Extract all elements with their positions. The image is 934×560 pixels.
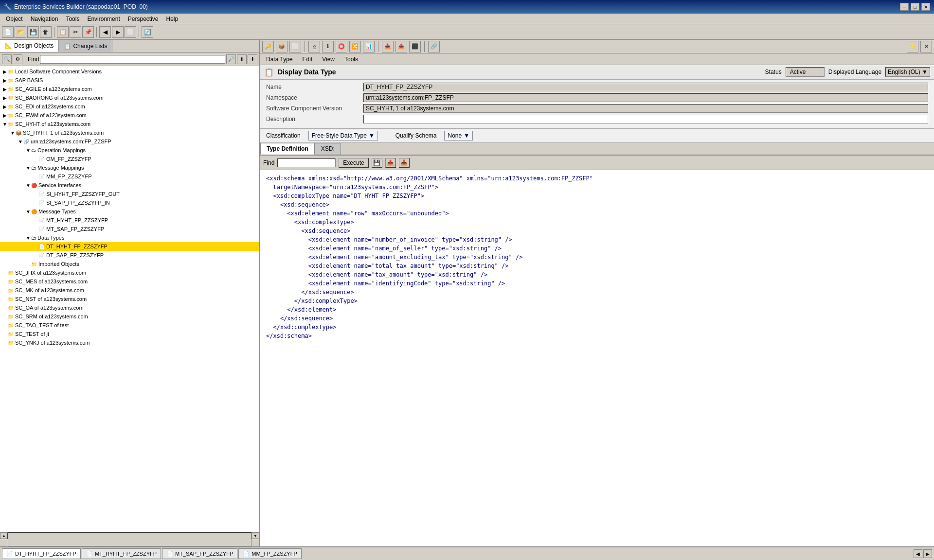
expand-icon[interactable]: ▼ [25, 209, 31, 214]
rt-btn13[interactable]: ⭐ [907, 41, 918, 52]
classification-select[interactable]: Free-Style Data Type ▼ [308, 131, 378, 140]
bottom-tab-1[interactable]: 📄MT_HYHT_FP_ZZSZYFP [82, 548, 161, 559]
lang-select[interactable]: English (OL) ▼ [885, 67, 930, 77]
cut-button[interactable]: ✂ [70, 26, 81, 38]
expand-icon[interactable]: ▼ [25, 148, 31, 153]
tree-item[interactable]: ▼🗂Message Mappings [0, 163, 259, 172]
tree-item[interactable]: 📁SC_OA of a123systems.com [0, 303, 259, 312]
menu-object[interactable]: Object [2, 15, 27, 23]
minimize-button[interactable]: ─ [900, 3, 909, 11]
tree-item[interactable]: 📁SC_JHX of a123systems.com [0, 268, 259, 277]
rt-btn10[interactable]: 📤 [395, 41, 407, 52]
tree-item[interactable]: ▼🗂Operation Mappings [0, 146, 259, 155]
qualify-schema-select[interactable]: None ▼ [444, 131, 473, 140]
rt-btn3[interactable]: ⬜ [289, 41, 301, 52]
close-button[interactable]: ✕ [921, 3, 930, 11]
tab-xsd[interactable]: XSD: [315, 143, 341, 155]
expand-icon[interactable]: ▶ [2, 104, 8, 109]
content-btn1[interactable]: 💾 [372, 158, 382, 168]
tab-design-objects[interactable]: 📐 Design Objects [0, 40, 59, 52]
bottom-tab-3[interactable]: 📄MM_FP_ZZSZYFP [238, 548, 302, 559]
menu-tools-right[interactable]: Tools [341, 55, 361, 64]
tree-item[interactable]: ▼🔗urn:a123systems.com:FP_ZZSFP [0, 137, 259, 146]
menu-perspective[interactable]: Perspective [124, 15, 162, 23]
bottom-nav-prev[interactable]: ◀ [914, 549, 922, 558]
rt-btn6[interactable]: ⭕ [336, 41, 347, 52]
paste-button[interactable]: 📌 [82, 26, 94, 38]
rt-btn1[interactable]: 🔑 [262, 41, 274, 52]
expand-icon[interactable]: ▼ [25, 235, 31, 241]
rt-btn2[interactable]: 📦 [276, 41, 287, 52]
tree-item[interactable]: 📁SC_MES of a123systems.com [0, 277, 259, 286]
tree-expand-btn[interactable]: ⬆ [237, 54, 247, 64]
tree-item[interactable]: ▶📁SC_EDI of a123systems.com [0, 102, 259, 111]
maximize-button[interactable]: □ [911, 3, 919, 11]
tree-item[interactable]: 📁SC_YNKJ of a123systems.com [0, 338, 259, 347]
tree-item[interactable]: ▼📦SC_HYHT, 1 of a123systems.com [0, 128, 259, 137]
tab-type-definition[interactable]: Type Definition [260, 143, 315, 155]
menu-help[interactable]: Help [162, 15, 182, 23]
rt-btn11[interactable]: ⬛ [409, 41, 421, 52]
bottom-nav-next[interactable]: ▶ [923, 549, 932, 558]
expand-icon[interactable]: ▼ [25, 183, 31, 188]
rt-btn8[interactable]: 📊 [363, 41, 375, 52]
back-button[interactable]: ◀ [99, 26, 111, 38]
rt-btn12[interactable]: 🔗 [428, 41, 440, 52]
forward-button[interactable]: ▶ [112, 26, 124, 38]
rt-btn4[interactable]: 🖨 [308, 41, 320, 52]
content-find-input[interactable] [277, 158, 336, 167]
expand-icon[interactable]: ▶ [2, 69, 8, 74]
tree-item[interactable]: ▶📁SC_BAORONG of a123systems.com [0, 93, 259, 102]
expand-icon[interactable]: ▶ [2, 78, 8, 83]
menu-data-type[interactable]: Data Type [263, 55, 295, 64]
tree-collapse-btn[interactable]: ⬇ [248, 54, 257, 64]
tree-item[interactable]: 📄SI_SAP_FP_ZZSZYFP_IN [0, 198, 259, 207]
expand-icon[interactable]: ▼ [25, 165, 31, 171]
tree-item[interactable]: 📄OM_FP_ZZSZYFP [0, 155, 259, 163]
rt-btn5[interactable]: ℹ [322, 41, 334, 52]
tree-find-input[interactable] [40, 55, 225, 64]
tree-item[interactable]: 📁SC_TAO_TEST of test [0, 321, 259, 330]
tree-item[interactable]: 📄MM_FP_ZZSZYFP [0, 172, 259, 181]
menu-navigation[interactable]: Navigation [27, 15, 62, 23]
expand-icon[interactable]: ▼ [10, 130, 16, 136]
tree-tool-btn2[interactable]: ⚙ [13, 54, 22, 64]
menu-environment[interactable]: Environment [83, 15, 124, 23]
tree-item[interactable]: 📄SI_HYHT_FP_ZZSZYFP_OUT [0, 190, 259, 198]
scroll-up-btn[interactable]: ▲ [0, 532, 8, 539]
copy-button[interactable]: 📋 [57, 26, 69, 38]
tree-find-btn[interactable]: 🔎 [226, 54, 236, 64]
content-btn3[interactable]: 📥 [399, 158, 410, 168]
menu-tools[interactable]: Tools [62, 15, 83, 23]
tree-item[interactable]: 📄DT_SAP_FP_ZZSZYFP [0, 251, 259, 260]
new-button[interactable]: 📄 [2, 26, 14, 38]
bottom-tab-0[interactable]: 📄DT_HYHT_FP_ZZSZYFP [2, 548, 81, 559]
tree-item[interactable]: ▼🟠Message Types [0, 207, 259, 216]
tree-item[interactable]: ▶📁SAP BASIS [0, 76, 259, 85]
tree-item[interactable]: ▶📁Local Software Component Versions [0, 67, 259, 76]
expand-icon[interactable]: ▼ [2, 122, 8, 127]
tree-item[interactable]: 📁SC_MK of a123systems.com [0, 286, 259, 295]
tab-change-lists[interactable]: 📋 Change Lists [59, 40, 112, 52]
field-description[interactable] [363, 115, 928, 123]
tree-item[interactable]: 📁SC_TEST of jt [0, 330, 259, 338]
tree-item[interactable]: ▶📁SC_AGILE of a123systems.com [0, 85, 259, 93]
tree-item[interactable]: ▼🗂Data Types [0, 233, 259, 242]
tree-item[interactable]: 📁Imported Objects [0, 260, 259, 268]
tree-item[interactable]: 📁SC_SRM of a123systems.com [0, 312, 259, 321]
delete-button[interactable]: 🗑 [40, 26, 52, 38]
tree-item[interactable]: 📁SC_NST of a123systems.com [0, 295, 259, 303]
expand-icon[interactable]: ▼ [18, 139, 23, 144]
expand-icon[interactable]: ▶ [2, 87, 8, 92]
refresh-button[interactable]: 🔄 [142, 26, 153, 38]
open-button[interactable]: 📂 [15, 26, 26, 38]
tree-item[interactable]: 📄MT_SAP_FP_ZZSZYFP [0, 225, 259, 233]
menu-edit[interactable]: Edit [299, 55, 315, 64]
tree-item[interactable]: 📄DT_HYHT_FP_ZZSZYFP [0, 242, 259, 251]
expand-icon[interactable]: ▶ [2, 113, 8, 118]
bottom-tab-2[interactable]: 📄MT_SAP_FP_ZZSZYFP [162, 548, 237, 559]
tree-item[interactable]: ▼📁SC_HYHT of a123systems.com [0, 120, 259, 128]
scroll-down-btn[interactable]: ▼ [251, 532, 259, 539]
tree-item[interactable]: ▶📁SC_EWM of a123system.com [0, 111, 259, 120]
rt-btn9[interactable]: 📥 [382, 41, 394, 52]
